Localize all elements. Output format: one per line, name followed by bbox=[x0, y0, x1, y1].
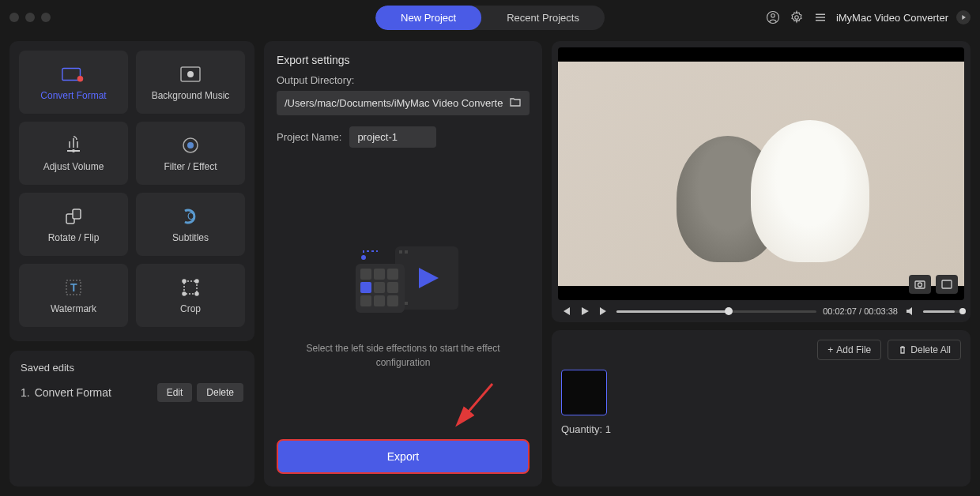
svg-rect-15 bbox=[73, 209, 81, 219]
svg-rect-37 bbox=[374, 295, 385, 306]
files-panel: +Add File Delete All Quantity: 1 bbox=[552, 330, 971, 487]
fullscreen-icon[interactable] bbox=[936, 275, 958, 294]
tile-label: Background Music bbox=[152, 90, 230, 101]
saved-row-number: 1. bbox=[21, 386, 30, 399]
add-file-button[interactable]: +Add File bbox=[817, 340, 881, 360]
video-preview[interactable] bbox=[558, 47, 964, 300]
tools-panel: Convert Format Background Music Adjust V… bbox=[9, 41, 254, 341]
maximize-window[interactable] bbox=[41, 13, 51, 22]
svg-point-8 bbox=[77, 76, 84, 82]
tool-crop[interactable]: Crop bbox=[136, 264, 245, 327]
files-actions: +Add File Delete All bbox=[561, 340, 961, 360]
svg-rect-25 bbox=[399, 250, 402, 254]
svg-point-39 bbox=[361, 255, 366, 260]
folder-icon[interactable] bbox=[509, 96, 522, 110]
tool-background-music[interactable]: Background Music bbox=[136, 51, 245, 114]
svg-text:C: C bbox=[187, 211, 194, 222]
svg-point-1 bbox=[771, 14, 775, 18]
delete-all-button[interactable]: Delete All bbox=[888, 340, 961, 360]
play-icon[interactable] bbox=[579, 305, 591, 318]
svg-rect-34 bbox=[374, 282, 385, 293]
snapshot-icon[interactable] bbox=[909, 275, 931, 294]
rotate-icon bbox=[61, 205, 86, 227]
account-icon[interactable] bbox=[765, 9, 781, 25]
tool-watermark[interactable]: T Watermark bbox=[19, 264, 128, 327]
tool-rotate-flip[interactable]: Rotate / Flip bbox=[19, 193, 128, 256]
volume-icon[interactable] bbox=[904, 305, 917, 318]
watermark-icon: T bbox=[61, 276, 86, 299]
svg-rect-26 bbox=[405, 250, 408, 254]
video-content bbox=[558, 62, 964, 286]
svg-point-10 bbox=[187, 71, 194, 77]
app-title: iMyMac Video Converter bbox=[836, 12, 948, 24]
tile-label: Rotate / Flip bbox=[48, 232, 100, 243]
saved-edit-row: 1. Convert Format Edit Delete bbox=[21, 383, 243, 402]
music-icon bbox=[178, 63, 203, 85]
volume-bar[interactable] bbox=[923, 310, 963, 313]
filter-icon bbox=[178, 134, 203, 156]
titlebar-right: iMyMac Video Converter bbox=[765, 9, 971, 25]
svg-rect-36 bbox=[360, 295, 371, 306]
tool-convert-format[interactable]: Convert Format bbox=[19, 51, 128, 114]
svg-rect-31 bbox=[374, 269, 385, 280]
settings-icon[interactable] bbox=[789, 9, 805, 25]
svg-point-11 bbox=[72, 149, 75, 152]
export-settings-title: Export settings bbox=[277, 54, 530, 66]
output-directory-value: /Users/mac/Documents/iMyMac Video Conver… bbox=[285, 97, 503, 109]
edit-button[interactable]: Edit bbox=[157, 383, 193, 402]
tile-label: Crop bbox=[180, 303, 201, 314]
svg-rect-28 bbox=[405, 302, 408, 305]
illustration: Select the left side effections to start… bbox=[277, 162, 530, 439]
tool-adjust-volume[interactable]: Adjust Volume bbox=[19, 122, 128, 185]
svg-rect-30 bbox=[360, 269, 371, 280]
video-subject bbox=[751, 120, 869, 262]
export-button[interactable]: Export bbox=[277, 439, 530, 474]
menu-icon[interactable] bbox=[812, 9, 828, 25]
svg-point-22 bbox=[183, 292, 186, 295]
playback-controls: 00:02:07 / 00:03:38 bbox=[558, 300, 964, 318]
volume-knob[interactable] bbox=[959, 308, 966, 314]
next-icon[interactable] bbox=[597, 305, 610, 318]
tab-new-project[interactable]: New Project bbox=[375, 6, 481, 30]
tool-grid: Convert Format Background Music Adjust V… bbox=[19, 51, 245, 327]
config-illustration-icon bbox=[332, 232, 474, 327]
seek-knob[interactable] bbox=[725, 307, 733, 315]
svg-point-21 bbox=[195, 280, 198, 283]
svg-rect-35 bbox=[387, 282, 398, 293]
tile-label: Watermark bbox=[51, 303, 96, 314]
svg-rect-43 bbox=[942, 280, 952, 288]
tool-subtitles[interactable]: C Subtitles bbox=[136, 193, 245, 256]
project-name-label: Project Name: bbox=[277, 131, 341, 143]
export-settings-panel: Export settings Output Directory: /Users… bbox=[264, 41, 542, 487]
svg-point-13 bbox=[187, 142, 194, 148]
output-directory-field[interactable]: /Users/mac/Documents/iMyMac Video Conver… bbox=[277, 91, 530, 115]
saved-row-name: Convert Format bbox=[35, 386, 153, 399]
main-tabs: New Project Recent Projects bbox=[375, 6, 605, 30]
trash-icon bbox=[898, 345, 907, 355]
project-name-row: Project Name: bbox=[277, 126, 530, 148]
crop-icon bbox=[178, 276, 203, 299]
minimize-window[interactable] bbox=[25, 13, 35, 22]
subtitles-icon: C bbox=[178, 205, 203, 227]
quantity-text: Quantity: 1 bbox=[561, 423, 961, 435]
svg-point-23 bbox=[195, 292, 198, 295]
seek-bar[interactable] bbox=[616, 310, 816, 313]
prev-icon[interactable] bbox=[560, 305, 572, 318]
delete-button[interactable]: Delete bbox=[197, 383, 243, 402]
close-window[interactable] bbox=[9, 13, 19, 22]
svg-point-20 bbox=[183, 280, 186, 283]
svg-rect-33 bbox=[360, 282, 371, 293]
volume-fill bbox=[923, 310, 955, 313]
file-thumbnail[interactable] bbox=[561, 370, 607, 415]
tab-recent-projects[interactable]: Recent Projects bbox=[481, 6, 605, 30]
config-hint: Select the left side effections to start… bbox=[300, 341, 506, 370]
seek-fill bbox=[616, 310, 729, 313]
titlebar: New Project Recent Projects iMyMac Video… bbox=[0, 0, 980, 35]
svg-point-42 bbox=[918, 283, 922, 287]
tool-filter-effect[interactable]: Filter / Effect bbox=[136, 122, 245, 185]
time-display: 00:02:07 / 00:03:38 bbox=[823, 306, 898, 316]
project-name-input[interactable] bbox=[349, 126, 436, 148]
saved-edits-panel: Saved edits 1. Convert Format Edit Delet… bbox=[9, 351, 254, 487]
volume-icon bbox=[61, 134, 86, 156]
tile-label: Adjust Volume bbox=[43, 161, 104, 172]
